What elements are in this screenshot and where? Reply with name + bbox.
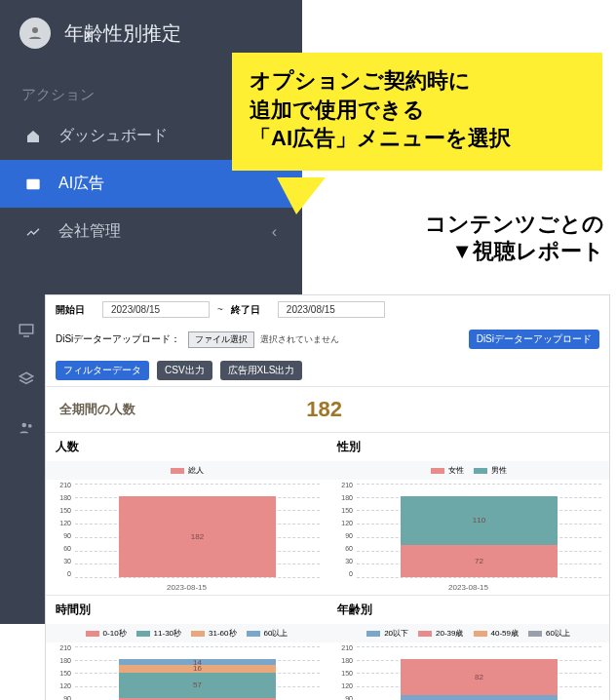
csv-button[interactable]: CSV出力 bbox=[157, 361, 212, 380]
stat-value: 182 bbox=[306, 397, 342, 422]
chart-people: 人数総人21018015012090603001822023-08-15 bbox=[46, 432, 327, 595]
sidebar-item-company[interactable]: 会社管理 ‹ bbox=[0, 208, 302, 255]
chart-plot: 2101801501209060300100822023-08-15 bbox=[327, 642, 609, 700]
section-headline: コンテンツごとの ▼視聴レポート bbox=[312, 211, 604, 264]
file-select-button[interactable]: ファイル選択 bbox=[188, 331, 254, 348]
sidebar-item-label: AI広告 bbox=[58, 174, 104, 194]
svg-point-4 bbox=[28, 424, 32, 428]
chart-plot: 2101801501209060300721102023-08-15 bbox=[327, 480, 609, 595]
chart-age: 年齢別20以下20-39歳40-59歳60以上21018015012090603… bbox=[327, 595, 609, 700]
buttons-row: フィルターデータ CSV出力 広告用XLS出力 bbox=[46, 355, 609, 386]
end-date-label: 終了日 bbox=[231, 303, 270, 317]
ad-icon bbox=[25, 176, 45, 192]
filter-button[interactable]: フィルターデータ bbox=[56, 361, 149, 380]
chart-time: 時間別0-10秒11-30秒31-60秒60以上2101801501209060… bbox=[46, 595, 327, 700]
svg-rect-1 bbox=[26, 178, 39, 189]
upload-row: DiSiデーターアップロード： ファイル選択 選択されていません DiSiデータ… bbox=[46, 324, 609, 355]
layers-icon[interactable] bbox=[18, 370, 35, 392]
svg-point-0 bbox=[32, 27, 38, 33]
chart-gender: 性別女性男性2101801501209060300721102023-08-15 bbox=[327, 432, 609, 595]
upload-button[interactable]: DiSiデーターアップロード bbox=[469, 330, 599, 349]
home-icon bbox=[25, 129, 45, 144]
chart-title: 年齢別 bbox=[327, 596, 609, 624]
chart-title: 時間別 bbox=[46, 596, 327, 624]
start-date-label: 開始日 bbox=[56, 303, 95, 317]
callout-line-2: 追加で使用できる bbox=[250, 96, 585, 125]
stat-label: 全期間の人数 bbox=[59, 401, 135, 418]
chart-plot: 2101801501209060300955716142023-08-15 bbox=[46, 642, 327, 700]
chart-plot: 21018015012090603001822023-08-15 bbox=[46, 480, 327, 595]
chart-legend: 女性男性 bbox=[327, 461, 609, 480]
file-none-text: 選択されていません bbox=[260, 333, 339, 346]
date-row: 開始日 2023/08/15 ~ 終了日 2023/08/15 bbox=[46, 295, 609, 324]
xls-button[interactable]: 広告用XLS出力 bbox=[220, 361, 303, 380]
users-icon[interactable] bbox=[18, 419, 35, 441]
file-picker[interactable]: ファイル選択 選択されていません bbox=[188, 331, 339, 348]
sidebar-item-label: ダッシュボード bbox=[58, 126, 168, 146]
chart-line-icon bbox=[25, 224, 45, 240]
headline-line-1: コンテンツごとの bbox=[312, 211, 604, 238]
chart-legend: 0-10秒11-30秒31-60秒60以上 bbox=[46, 624, 327, 642]
chart-title: 人数 bbox=[46, 433, 327, 461]
sidebar-item-label: 会社管理 bbox=[58, 221, 121, 242]
svg-point-3 bbox=[22, 423, 27, 428]
charts-grid: 人数総人21018015012090603001822023-08-15 性別女… bbox=[46, 432, 609, 700]
callout-bubble: オプションご契約時に 追加で使用できる 「AI広告」メニューを選択 bbox=[232, 53, 602, 171]
stat-row: 全期間の人数 182 bbox=[46, 386, 609, 432]
end-date-input[interactable]: 2023/08/15 bbox=[278, 301, 385, 318]
date-tilde: ~ bbox=[217, 304, 223, 315]
app-logo-icon bbox=[19, 18, 51, 49]
start-date-input[interactable]: 2023/08/15 bbox=[102, 301, 210, 318]
report-panel: 開始日 2023/08/15 ~ 終了日 2023/08/15 DiSiデーター… bbox=[45, 294, 610, 700]
callout-tail bbox=[277, 177, 326, 214]
callout-line-1: オプションご契約時に bbox=[250, 66, 585, 96]
chart-title: 性別 bbox=[327, 433, 609, 461]
chart-legend: 20以下20-39歳40-59歳60以上 bbox=[327, 624, 609, 642]
svg-rect-2 bbox=[19, 325, 33, 333]
headline-line-2: ▼視聴レポート bbox=[312, 238, 604, 265]
screen-icon[interactable] bbox=[18, 322, 35, 343]
chevron-left-icon: ‹ bbox=[272, 223, 277, 241]
upload-label: DiSiデーターアップロード： bbox=[56, 332, 180, 346]
chart-legend: 総人 bbox=[46, 461, 327, 480]
sidebar-title-text: 年齢性別推定 bbox=[64, 20, 181, 47]
callout-line-3: 「AI広告」メニューを選択 bbox=[250, 124, 585, 153]
sidebar-mini-icons bbox=[0, 322, 35, 441]
